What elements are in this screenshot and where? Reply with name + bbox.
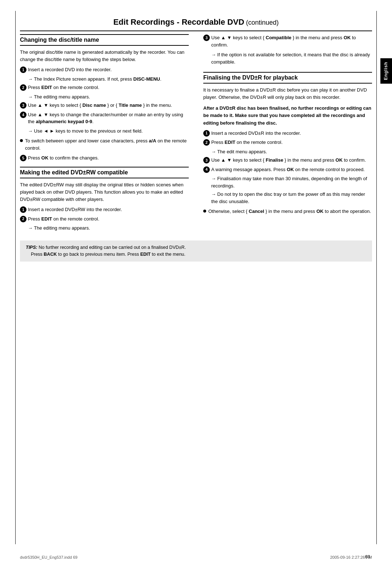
section1-step5: 5 Press OK to confirm the changes. (20, 154, 189, 162)
section2-step-3: 3 Use ▲ ▼ keys to select { Compatible } … (203, 34, 372, 48)
section-heading-finalise: Finalising the DVD±R for playback (203, 72, 372, 84)
section1-bullets: To switch between upper and lower case c… (20, 137, 189, 151)
main-title: Edit Recordings - Recordable DVD (contin… (20, 11, 372, 31)
step-3-num: 3 (20, 102, 26, 109)
section1-intro: The original disc/title name is generate… (20, 49, 189, 63)
tips-label: TIPS: (26, 245, 37, 250)
finalise-step-4-arrow-1: → Finalisation may take more than 30 min… (211, 175, 372, 189)
step-2-arrow-1: → The editing menu appears. (28, 93, 189, 101)
margin-line-left (15, 11, 16, 544)
finalise-bullet-dot (203, 210, 206, 213)
section2-cont: 3 Use ▲ ▼ keys to select { Compatible } … (203, 34, 372, 65)
step-4-arrow-1: → Use ◄ ► keys to move to the previous o… (28, 128, 189, 135)
step-4: 4 Use ▲ ▼ keys to change the character/n… (20, 111, 189, 125)
section2-step-2-text: Press EDIT on the remote control. (28, 215, 189, 223)
step-2-text: Press EDIT on the remote control. (28, 84, 189, 91)
step-1: 1 Insert a recorded DVD into the recorde… (20, 66, 189, 73)
section2-step-1: 1 Insert a recorded DVD±RW into the reco… (20, 206, 189, 213)
footer: dvdr5350H_EU_Eng537.indd 69 2005-09-16 2… (20, 555, 372, 559)
step-1-arrow-1: → The Index Picture screen appears. If n… (28, 76, 189, 83)
step-3-text: Use ▲ ▼ keys to select { Disc name } or … (28, 102, 189, 109)
finalise-step-2-text: Press EDIT on the remote control. (211, 139, 372, 146)
section2-step-1-num: 1 (20, 206, 26, 213)
finalise-step-4-arrow-2: → Do not try to open the disc tray or tu… (211, 191, 372, 205)
page-container: English Edit Recordings - Recordable DVD… (0, 0, 392, 566)
section2-intro: The edited DVD±RW may still display the … (20, 181, 189, 203)
bullet-1: To switch between upper and lower case c… (20, 137, 189, 151)
step-2-num: 2 (20, 84, 26, 91)
footer-right: 2005-09-16 2:27:26 PM (330, 555, 372, 559)
title-text: Edit Recordings - Recordable DVD (113, 17, 244, 27)
finalise-bullets: Otherwise, select { Cancel } in the menu… (203, 208, 372, 215)
step-4-text: Use ▲ ▼ keys to change the character/num… (28, 111, 189, 125)
step-5: 5 Press OK to confirm the changes. (20, 154, 189, 162)
section2-step-3-num: 3 (203, 35, 210, 41)
finalise-step-1-num: 1 (203, 130, 210, 137)
section2-step-3-arrow: → If the option is not available for sel… (211, 51, 372, 65)
margin-line-right (376, 11, 377, 544)
section-heading-dvdrw: Making the edited DVD±RW compatible (20, 167, 189, 178)
finalise-step-4: 4 A warning message appears. Press OK on… (203, 166, 372, 173)
step-4-num: 4 (20, 112, 26, 118)
english-tab: English (380, 58, 392, 84)
two-column-layout: Changing the disc/title name The origina… (20, 31, 372, 235)
bullet-1-text: To switch between upper and lower case c… (25, 137, 189, 151)
tips-box: TIPS: No further recording and editing c… (20, 240, 372, 262)
finalise-bullet-1: Otherwise, select { Cancel } in the menu… (203, 208, 372, 215)
finalise-steps: 1 Insert a recorded DVD±R into the recor… (203, 130, 372, 205)
section2-cont-steps: 3 Use ▲ ▼ keys to select { Compatible } … (203, 34, 372, 48)
section1-steps: 1 Insert a recorded DVD into the recorde… (20, 66, 189, 134)
section2-step-2: 2 Press EDIT on the remote control. (20, 215, 189, 223)
section2-step-3-text: Use ▲ ▼ keys to select { Compatible } in… (211, 34, 372, 48)
finalise-step-3: 3 Use ▲ ▼ keys to select { Finalise } in… (203, 157, 372, 164)
finalise-step-1: 1 Insert a recorded DVD±R into the recor… (203, 130, 372, 137)
section2-step-2-num: 2 (20, 216, 26, 222)
finalise-step-4-num: 4 (203, 166, 210, 173)
finalise-step-2-num: 2 (203, 139, 210, 146)
finalise-step-2-arrow: → The edit menu appears. (211, 148, 372, 155)
finalise-step-4-text: A warning message appears. Press OK on t… (211, 166, 372, 173)
finalise-bullet-text: Otherwise, select { Cancel } in the menu… (208, 208, 371, 215)
finalise-warning: After a DVD±R disc has been finalised, n… (203, 105, 372, 126)
col-left: Changing the disc/title name The origina… (20, 31, 191, 235)
step-1-num: 1 (20, 66, 26, 73)
finalise-step-2: 2 Press EDIT on the remote control. (203, 139, 372, 146)
footer-left: dvdr5350H_EU_Eng537.indd 69 (20, 555, 77, 559)
section2-step-1-text: Insert a recorded DVD±RW into the record… (28, 206, 189, 213)
content-area: Edit Recordings - Recordable DVD (contin… (20, 0, 372, 262)
section2-step-2-arrow: → The editing menu appears. (28, 225, 189, 232)
finalise-intro: It is necessary to finalise a DVD±R disc… (203, 86, 372, 101)
step-2: 2 Press EDIT on the remote control. (20, 84, 189, 91)
finalise-step-1-text: Insert a recorded DVD±R into the recorde… (211, 130, 372, 137)
bullet-dot-1 (20, 139, 23, 142)
step-5-num: 5 (20, 155, 26, 161)
section-heading-disc-title: Changing the disc/title name (20, 34, 189, 46)
step-3: 3 Use ▲ ▼ keys to select { Disc name } o… (20, 102, 189, 109)
finalise-step-3-num: 3 (203, 157, 210, 163)
section2-steps: 1 Insert a recorded DVD±RW into the reco… (20, 206, 189, 232)
title-suffix: (continued) (244, 19, 279, 26)
col-right: 3 Use ▲ ▼ keys to select { Compatible } … (201, 31, 372, 235)
finalise-step-3-text: Use ▲ ▼ keys to select { Finalise } in t… (211, 157, 372, 164)
step-5-text: Press OK to confirm the changes. (28, 154, 189, 162)
step-1-text: Insert a recorded DVD into the recorder. (28, 66, 189, 73)
